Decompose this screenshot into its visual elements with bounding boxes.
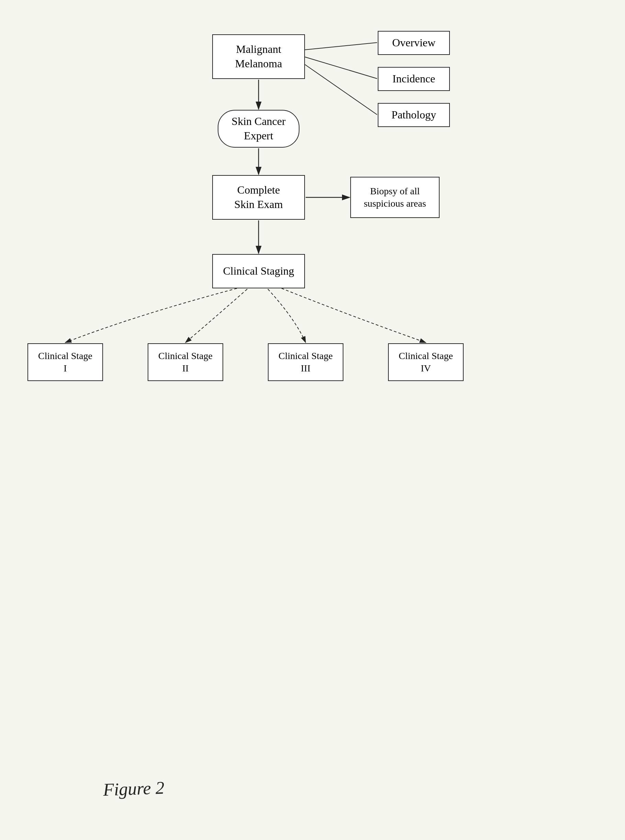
- arrows-svg: [0, 14, 625, 563]
- svg-line-3: [305, 43, 377, 50]
- malignant-melanoma-node: Malignant Melanoma: [212, 34, 305, 79]
- svg-line-4: [305, 57, 377, 79]
- figure-caption: Figure 2: [103, 778, 165, 800]
- diagram-container: Malignant Melanoma Overview Incidence Pa…: [0, 14, 625, 563]
- biopsy-node: Biopsy of all suspicious areas: [350, 177, 440, 218]
- incidence-node: Incidence: [378, 67, 450, 91]
- skin-cancer-expert-node: Skin Cancer Expert: [218, 110, 300, 148]
- stage-1-node: Clinical Stage I: [28, 343, 103, 381]
- stage-2-node: Clinical Stage II: [148, 343, 223, 381]
- overview-node: Overview: [378, 31, 450, 55]
- complete-skin-exam-node: Complete Skin Exam: [212, 175, 305, 220]
- stage-3-node: Clinical Stage III: [268, 343, 344, 381]
- svg-line-5: [305, 65, 377, 115]
- stage-4-node: Clinical Stage IV: [388, 343, 463, 381]
- pathology-node: Pathology: [378, 103, 450, 127]
- clinical-staging-node: Clinical Staging: [212, 254, 305, 288]
